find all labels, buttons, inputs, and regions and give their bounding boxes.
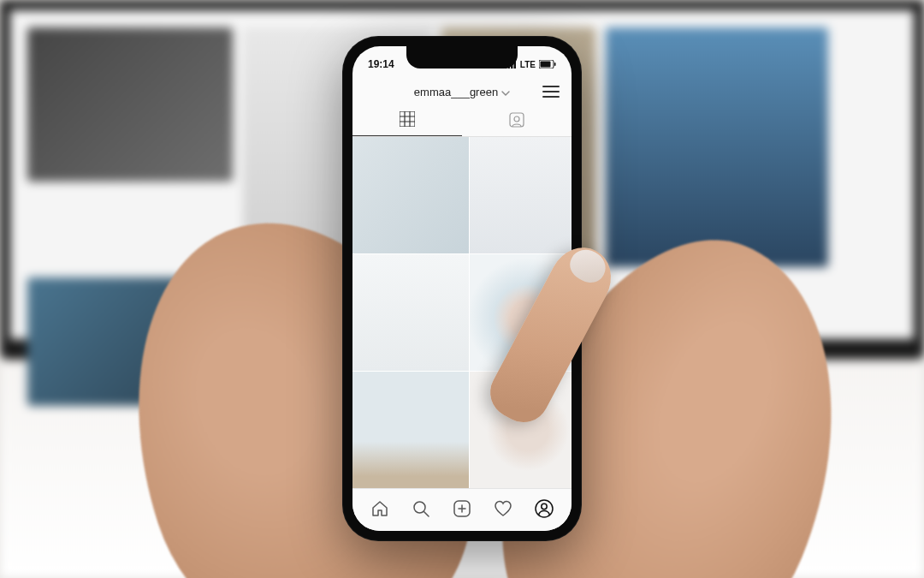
profile-tabs bbox=[352, 106, 572, 137]
phone-screen: 19:14 LTE emmaa___green bbox=[352, 46, 572, 531]
menu-icon bbox=[542, 86, 560, 87]
nav-search[interactable] bbox=[410, 499, 432, 521]
svg-point-20 bbox=[542, 504, 547, 509]
svg-rect-6 bbox=[554, 63, 556, 66]
bottom-nav bbox=[352, 488, 572, 531]
battery-icon bbox=[539, 60, 556, 69]
profile-header: emmaa___green bbox=[352, 77, 572, 106]
nav-profile[interactable] bbox=[533, 499, 555, 521]
svg-rect-7 bbox=[400, 111, 415, 127]
status-time: 19:14 bbox=[368, 58, 394, 70]
username-label: emmaa___green bbox=[414, 86, 498, 98]
photo-thumbnail[interactable] bbox=[470, 137, 572, 253]
photo-thumbnail[interactable] bbox=[352, 254, 469, 371]
add-post-icon bbox=[453, 499, 471, 521]
chevron-down-icon bbox=[501, 86, 510, 98]
home-icon bbox=[370, 499, 389, 521]
svg-rect-5 bbox=[541, 62, 551, 68]
profile-avatar-icon bbox=[535, 499, 554, 521]
phone-notch bbox=[406, 46, 518, 69]
activity-icon bbox=[494, 499, 512, 521]
tagged-icon bbox=[509, 112, 524, 131]
svg-line-15 bbox=[424, 511, 429, 516]
tab-grid[interactable] bbox=[352, 106, 462, 136]
nav-add-post[interactable] bbox=[451, 499, 473, 521]
photo-thumbnail[interactable] bbox=[352, 372, 469, 488]
svg-point-13 bbox=[514, 116, 519, 122]
monitor-tile bbox=[27, 27, 233, 182]
monitor-tile bbox=[606, 27, 828, 267]
grid-icon bbox=[400, 111, 415, 130]
nav-activity[interactable] bbox=[492, 499, 514, 521]
username-switcher[interactable]: emmaa___green bbox=[414, 86, 510, 98]
network-label: LTE bbox=[520, 60, 536, 69]
search-icon bbox=[412, 499, 430, 521]
photo-thumbnail[interactable] bbox=[352, 137, 469, 253]
nav-home[interactable] bbox=[369, 499, 391, 521]
tab-tagged[interactable] bbox=[462, 106, 572, 136]
svg-rect-12 bbox=[510, 113, 524, 127]
menu-button[interactable] bbox=[542, 86, 560, 98]
